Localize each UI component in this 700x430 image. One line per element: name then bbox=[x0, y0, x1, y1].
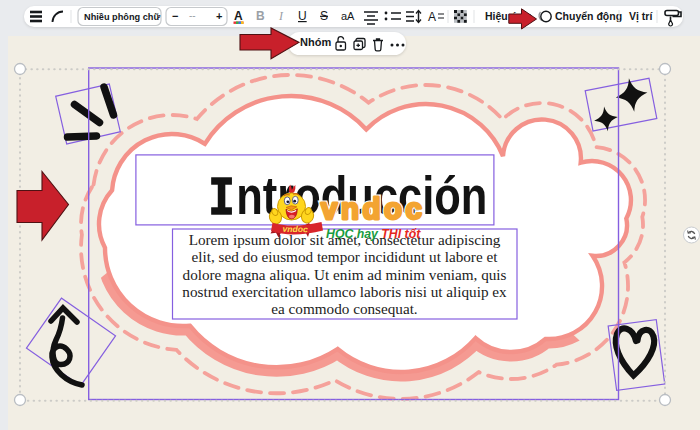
svg-text:aA: aA bbox=[341, 10, 355, 22]
svg-text:−: − bbox=[172, 10, 178, 22]
svg-text:vndoc: vndoc bbox=[282, 224, 308, 234]
svg-text:vndoc: vndoc bbox=[321, 192, 425, 225]
svg-text:B: B bbox=[256, 9, 265, 23]
svg-text:--: -- bbox=[189, 10, 196, 21]
svg-text:Vị trí: Vị trí bbox=[629, 10, 653, 23]
svg-text:Chuyển động: Chuyển động bbox=[555, 10, 622, 23]
svg-text:A: A bbox=[428, 10, 436, 24]
svg-text:U: U bbox=[298, 9, 307, 23]
svg-text:I: I bbox=[278, 9, 284, 23]
svg-text:Nhiều phông chữ: Nhiều phông chữ bbox=[84, 12, 160, 22]
svg-text:HỌC hay THI tốt: HỌC hay THI tốt bbox=[326, 227, 421, 241]
svg-text:+: + bbox=[216, 10, 222, 22]
svg-text:A: A bbox=[234, 9, 243, 23]
svg-text:S: S bbox=[320, 9, 328, 23]
